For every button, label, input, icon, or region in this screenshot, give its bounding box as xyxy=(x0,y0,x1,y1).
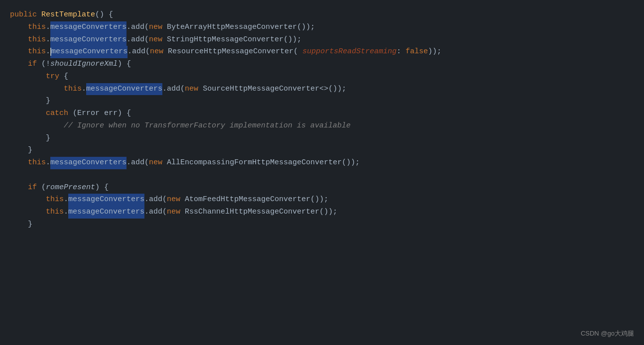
code-token: ( xyxy=(293,46,302,58)
code-line: this.messageConverters.add(new SourceHtt… xyxy=(10,83,634,96)
code-token: ()); xyxy=(310,194,328,206)
code-line: if (romePresent) { xyxy=(10,182,634,194)
code-token xyxy=(10,34,28,46)
code-token: new xyxy=(150,46,168,58)
code-token: ( xyxy=(37,182,46,194)
code-token: } xyxy=(10,219,32,231)
code-line: catch (Error err) { xyxy=(10,108,634,120)
code-token: ()); xyxy=(283,34,301,46)
code-token: RestTemplate xyxy=(41,9,95,21)
code-token xyxy=(10,120,64,132)
code-token xyxy=(10,46,28,58)
code-token xyxy=(10,194,46,206)
code-block: public RestTemplate() { this.messageConv… xyxy=(10,9,634,231)
code-token xyxy=(10,58,28,71)
code-token: this xyxy=(46,206,64,219)
code-token: try xyxy=(46,71,59,83)
code-token: new xyxy=(149,157,167,169)
code-token: StringHttpMessageConverter xyxy=(167,34,283,46)
code-token: err xyxy=(104,108,118,120)
code-token: ()); xyxy=(297,21,315,34)
code-token: .add( xyxy=(128,46,150,58)
code-token xyxy=(10,206,46,219)
code-token: () { xyxy=(95,9,113,21)
code-token: new xyxy=(167,206,185,219)
code-token: new xyxy=(149,21,167,34)
code-line: this.messageConverters.add(new AllEncomp… xyxy=(10,157,634,169)
code-token: messageConverters xyxy=(86,83,162,96)
code-token xyxy=(10,21,28,34)
code-token: new xyxy=(149,34,167,46)
code-token: ()); xyxy=(319,206,337,219)
code-token xyxy=(10,157,28,169)
code-token: messageConverters xyxy=(50,34,127,46)
code-token: romePresent xyxy=(46,182,95,194)
code-token: ( xyxy=(68,108,77,120)
code-token: new xyxy=(185,83,203,96)
code-token: if xyxy=(28,58,37,71)
code-token: public xyxy=(10,9,41,21)
code-token: SourceHttpMessageConverter<> xyxy=(203,83,328,96)
code-token: supportsReadStreaming xyxy=(302,46,396,58)
code-token: .add( xyxy=(127,34,149,46)
code-token: shouldIgnoreXml xyxy=(50,58,118,71)
code-line: } xyxy=(10,132,634,145)
code-token: } xyxy=(10,144,32,157)
code-line: this.messageConverters.add(new ByteArray… xyxy=(10,21,634,34)
code-token: ) { xyxy=(95,182,109,194)
code-line: // Ignore when no TransformerFactory imp… xyxy=(10,120,634,132)
code-token: .add( xyxy=(127,157,149,169)
code-token: if xyxy=(28,182,37,194)
code-token xyxy=(10,83,64,96)
code-token: ResourceHttpMessageConverter xyxy=(168,46,293,58)
watermark: CSDN @go大鸡腿 xyxy=(581,329,634,339)
code-token: messageConverters xyxy=(50,157,127,169)
code-token: : xyxy=(396,46,405,58)
code-token: . xyxy=(46,34,50,46)
code-token: messageConverters xyxy=(68,206,144,219)
code-token: { xyxy=(59,71,68,83)
code-token: . xyxy=(64,194,68,206)
code-token: ) { xyxy=(118,108,131,120)
code-token: this xyxy=(46,194,64,206)
code-token: ) { xyxy=(118,58,131,71)
code-editor: public RestTemplate() { this.messageConv… xyxy=(0,0,644,345)
code-token: Error xyxy=(77,108,104,120)
code-token xyxy=(10,182,28,194)
code-line: } xyxy=(10,219,634,231)
code-token: messageConverters xyxy=(50,46,128,58)
code-token: . xyxy=(82,83,86,96)
code-token: ByteArrayHttpMessageConverter xyxy=(167,21,297,34)
code-token: )); xyxy=(428,46,441,58)
code-token: ()); xyxy=(342,157,360,169)
code-token: . xyxy=(64,206,68,219)
code-token: messageConverters xyxy=(68,194,144,206)
code-token: this xyxy=(28,34,46,46)
code-token: this xyxy=(28,21,46,34)
code-token: this xyxy=(28,46,46,58)
code-token: .add( xyxy=(144,206,167,219)
code-token: AtomFeedHttpMessageConverter xyxy=(185,194,310,206)
code-token: false xyxy=(405,46,428,58)
code-line: if (!shouldIgnoreXml) { xyxy=(10,58,634,71)
code-line: } xyxy=(10,95,634,108)
code-token: messageConverters xyxy=(50,21,127,34)
code-token: . xyxy=(46,21,50,34)
code-line xyxy=(10,169,634,182)
code-token: . xyxy=(46,157,50,169)
code-line: this.messageConverters.add(new RssChanne… xyxy=(10,206,634,219)
code-line: this.messageConverters.add(new ResourceH… xyxy=(10,46,634,58)
code-line: public RestTemplate() { xyxy=(10,9,634,21)
code-token: } xyxy=(10,95,50,108)
code-token: (! xyxy=(37,58,50,71)
code-token: catch xyxy=(46,108,68,120)
code-token: .add( xyxy=(144,194,167,206)
code-token: AllEncompassingFormHttpMessageConverter xyxy=(167,157,342,169)
code-token: } xyxy=(10,132,50,145)
code-line: } xyxy=(10,144,634,157)
code-token: this xyxy=(64,83,82,96)
code-token: RssChannelHttpMessageConverter xyxy=(185,206,319,219)
code-token: new xyxy=(167,194,185,206)
code-token: .add( xyxy=(162,83,185,96)
code-line: this.messageConverters.add(new AtomFeedH… xyxy=(10,194,634,206)
